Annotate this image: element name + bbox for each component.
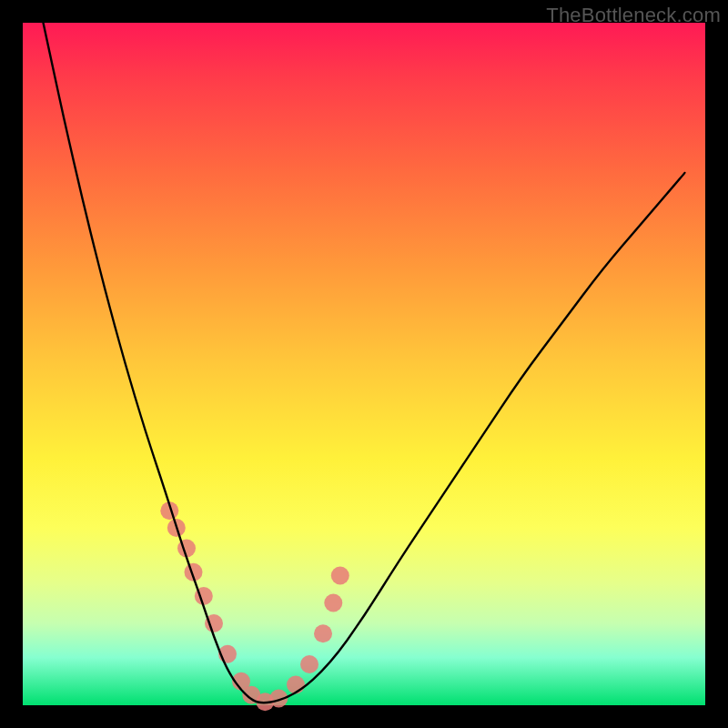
highlight-marker — [324, 594, 342, 612]
highlight-marker — [314, 624, 332, 642]
highlight-marker — [300, 655, 318, 673]
bottleneck-curve — [44, 23, 685, 703]
highlight-marker — [287, 676, 305, 694]
outer-frame: TheBottleneck.com — [0, 0, 728, 728]
watermark-text: TheBottleneck.com — [546, 4, 721, 27]
plot-area — [23, 23, 705, 705]
marker-layer — [160, 501, 349, 711]
chart-svg — [23, 23, 705, 705]
highlight-marker — [331, 567, 349, 585]
